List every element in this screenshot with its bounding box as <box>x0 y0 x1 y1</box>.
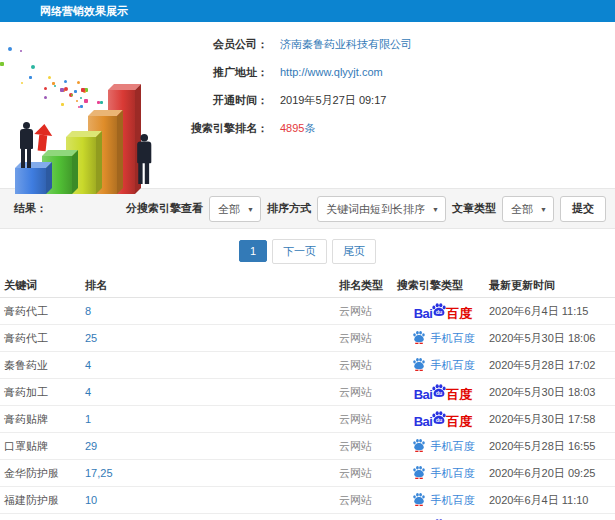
table-row-partial: Baidu百度 <box>0 514 615 520</box>
keyword-cell: 秦鲁药业 <box>0 358 85 373</box>
sort-value: 关键词由短到长排序 <box>326 203 425 215</box>
keyword-cell: 膏药加工 <box>0 385 85 400</box>
engine-cell: Baidu百度 <box>414 410 473 428</box>
table-row: 膏药加工4云网站Baidu百度2020年5月30日 18:03 <box>0 379 615 406</box>
page-title: 网络营销效果展示 <box>40 5 128 17</box>
baidu-logo-cn-text: 百度 <box>446 307 472 320</box>
rank-link[interactable]: 10 <box>85 494 339 506</box>
rank-type-cell: 云网站 <box>339 412 397 427</box>
rank-link[interactable]: 17,25 <box>85 467 339 479</box>
mobile-baidu-paw-icon <box>412 357 426 373</box>
column-header-0: 关键词 <box>0 278 85 293</box>
article-type-select[interactable]: 全部 ▼ <box>502 196 554 222</box>
svg-text:du: du <box>436 309 443 315</box>
open-time-value: 2019年5月27日 09:17 <box>280 93 386 108</box>
baidu-logo-text: Bai <box>414 415 433 428</box>
mobile-baidu-label: 手机百度 <box>431 495 475 506</box>
baidu-paw-icon: du <box>431 302 447 320</box>
rank-link[interactable]: 4 <box>85 359 339 371</box>
sort-select[interactable]: 关键词由短到长排序 ▼ <box>317 196 446 222</box>
svg-text:du: du <box>436 390 443 396</box>
company-info: 会员公司：济南秦鲁药业科技有限公司推广地址：http://www.qlyyjt.… <box>168 30 412 142</box>
rank-type-cell: 云网站 <box>339 304 397 319</box>
next-page-button[interactable]: 下一页 <box>272 239 327 264</box>
mobile-baidu-paw-icon <box>412 465 426 481</box>
rank-link[interactable]: 1 <box>85 413 339 425</box>
rank-link[interactable]: 25 <box>85 332 339 344</box>
search-engine-rank-count-suffix: 条 <box>304 122 315 134</box>
member-company-label: 会员公司： <box>168 37 268 52</box>
updated-cell: 2020年6月20日 09:25 <box>489 466 615 481</box>
open-time-label: 开通时间： <box>168 93 268 108</box>
column-header-1: 排名 <box>85 278 339 293</box>
businessman-observer-figure <box>135 134 152 184</box>
article-type-value: 全部 <box>511 203 533 215</box>
keyword-cell: 膏药贴牌 <box>0 412 85 427</box>
baidu-logo: Baidu百度 <box>414 410 473 428</box>
column-header-3: 搜索引擎类型 <box>397 278 463 293</box>
mobile-baidu-label: 手机百度 <box>431 468 475 479</box>
rank-type-cell: 云网站 <box>339 493 397 508</box>
page-1-button[interactable]: 1 <box>239 240 267 262</box>
engine-view-label: 分搜索引擎查看 <box>126 201 203 216</box>
last-page-button[interactable]: 尾页 <box>332 239 376 264</box>
engine-cell: Baidu百度 <box>414 383 473 401</box>
baidu-logo-cn-text: 百度 <box>446 415 472 428</box>
results-table: 关键词排名排名类型搜索引擎类型最新更新时间 膏药代工8云网站Baidu百度202… <box>0 273 615 520</box>
rank-link[interactable]: 8 <box>85 305 339 317</box>
sort-label: 排序方式 <box>267 201 311 216</box>
chevron-down-icon: ▼ <box>432 197 439 223</box>
baidu-paw-icon: du <box>431 383 447 401</box>
table-row: 膏药代工8云网站Baidu百度2020年6月4日 11:15 <box>0 298 615 325</box>
table-body: 膏药代工8云网站Baidu百度2020年6月4日 11:15膏药代工25云网站手… <box>0 298 615 520</box>
info-section: 会员公司：济南秦鲁药业科技有限公司推广地址：http://www.qlyyjt.… <box>0 22 615 188</box>
keyword-cell: 膏药代工 <box>0 304 85 319</box>
table-header-row: 关键词排名排名类型搜索引擎类型最新更新时间 <box>0 273 615 298</box>
mobile-baidu-label: 手机百度 <box>431 441 475 452</box>
engine-cell: 手机百度 <box>412 330 475 346</box>
updated-cell: 2020年5月30日 18:06 <box>489 331 615 346</box>
column-header-4: 最新更新时间 <box>489 278 615 293</box>
submit-button[interactable]: 提交 <box>560 196 606 222</box>
rank-type-cell: 云网站 <box>339 385 397 400</box>
bar-chart-clipart <box>0 28 175 184</box>
mobile-baidu-label: 手机百度 <box>431 360 475 371</box>
engine-cell: 手机百度 <box>412 438 475 454</box>
mobile-baidu-paw-icon <box>412 438 426 454</box>
table-row: 秦鲁药业4云网站手机百度2020年5月28日 17:02 <box>0 352 615 379</box>
table-row: 口罩贴牌29云网站手机百度2020年5月28日 16:55 <box>0 433 615 460</box>
svg-text:du: du <box>436 417 443 423</box>
table-row: 膏药贴牌1云网站Baidu百度2020年5月30日 17:58 <box>0 406 615 433</box>
engine-view-select[interactable]: 全部 ▼ <box>209 196 261 222</box>
member-company-value[interactable]: 济南秦鲁药业科技有限公司 <box>280 37 412 52</box>
mobile-baidu-badge: 手机百度 <box>412 330 475 346</box>
pagination: 1 下一页 尾页 <box>0 229 615 273</box>
engine-view-value: 全部 <box>218 203 240 215</box>
keyword-cell: 口罩贴牌 <box>0 439 85 454</box>
businessman-on-bar-figure <box>18 122 34 168</box>
mobile-baidu-badge: 手机百度 <box>412 465 475 481</box>
search-engine-rank-count-number: 4895 <box>280 122 304 134</box>
baidu-logo-text: Bai <box>414 388 433 401</box>
baidu-logo: Baidu百度 <box>414 383 473 401</box>
promotion-url-label: 推广地址： <box>168 65 268 80</box>
keyword-cell: 福建防护服 <box>0 493 85 508</box>
updated-cell: 2020年6月4日 11:10 <box>489 493 615 508</box>
mobile-baidu-label: 手机百度 <box>431 333 475 344</box>
page: 网络营销效果展示 会员公司：济南秦鲁药业科技有限公司推广地址：http://ww… <box>0 0 615 520</box>
baidu-logo-cn-text: 百度 <box>446 388 472 401</box>
info-row-promotion-url: 推广地址：http://www.qlyyjt.com <box>168 58 412 86</box>
mobile-baidu-badge: 手机百度 <box>412 492 475 508</box>
updated-cell: 2020年5月30日 18:03 <box>489 385 615 400</box>
rank-link[interactable]: 29 <box>85 440 339 452</box>
result-label: 结果： <box>14 201 47 216</box>
table-row: 膏药代工25云网站手机百度2020年5月30日 18:06 <box>0 325 615 352</box>
keyword-cell: 膏药代工 <box>0 331 85 346</box>
chart-bar <box>15 168 46 194</box>
engine-cell: 手机百度 <box>412 465 475 481</box>
baidu-logo: Baidu百度 <box>414 302 473 320</box>
rank-type-cell: 云网站 <box>339 466 397 481</box>
promotion-url-value[interactable]: http://www.qlyyjt.com <box>280 66 383 78</box>
engine-cell: Baidu百度 <box>414 302 473 320</box>
rank-link[interactable]: 4 <box>85 386 339 398</box>
